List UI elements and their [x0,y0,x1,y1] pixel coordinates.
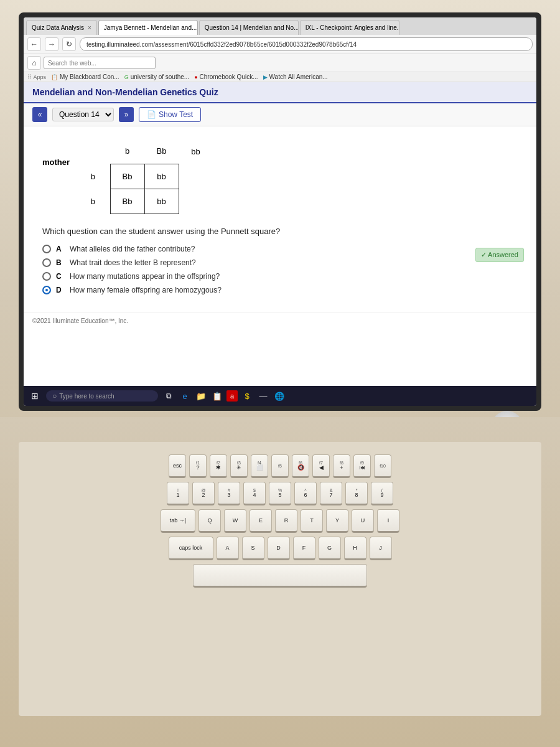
punnett-table: b Bb bb b Bb bb b [76,139,213,214]
copyright: ©2021 Illuminate Education™, Inc. [24,312,536,329]
option-letter-a: A [56,245,65,253]
option-letter-d: D [56,286,65,294]
quiz-title: Mendelian and Non-Mendelian Genetics Qui… [32,87,218,97]
key-9[interactable]: (9 [371,482,393,505]
key-4[interactable]: $4 [243,482,266,505]
bookmark-university[interactable]: G university of southe... [124,73,190,80]
question-select[interactable]: Question 14 [52,108,114,121]
tab-quiz-data-close[interactable]: × [88,24,91,31]
asdf-row: caps lock A S D F G H J [29,537,531,560]
option-radio-b[interactable] [42,258,51,267]
key-caps[interactable]: caps lock [169,537,213,560]
punnett-cell-2-2: bb [144,189,179,214]
key-f8[interactable]: f8+ [333,454,350,478]
tab-jamya[interactable]: Jamya Bennett - Mendelian and... × [98,20,198,35]
punnett-container: mother b Bb bb b [42,139,518,214]
key-a[interactable]: A [217,537,239,560]
taskbar-app-chrome[interactable]: 🌐 [273,389,286,403]
key-1[interactable]: !1 [167,482,189,505]
refresh-button[interactable]: ↻ [62,37,76,51]
option-row-d: D How many female offspring are homozygo… [42,286,518,294]
taskbar-app-dollar[interactable]: $ [240,389,254,403]
key-6[interactable]: ^6 [294,482,317,505]
show-test-button[interactable]: 📄 Show Test [139,107,201,122]
windows-start-button[interactable]: ⊞ [27,388,42,403]
option-text-b[interactable]: What trait does the letter B represent? [70,258,196,267]
prev-question-button[interactable]: « [32,107,47,122]
key-w[interactable]: W [224,509,246,533]
option-text-d[interactable]: How many female offspring are homozygous… [70,286,222,294]
key-tab[interactable]: tab →| [161,509,195,533]
tab-question14[interactable]: Question 14 | Mendelian and No... × [199,20,299,35]
key-e[interactable]: E [250,509,272,533]
next-question-button[interactable]: » [119,107,134,122]
key-f1[interactable]: f1? [189,454,207,478]
key-f7[interactable]: f7◀ [312,454,330,478]
forward-button[interactable]: → [45,37,58,51]
key-i[interactable]: I [377,509,399,533]
punnett-header-bb: Bb [144,139,179,164]
key-y[interactable]: Y [326,509,348,533]
key-u[interactable]: U [352,509,374,533]
bookmark-chromebook[interactable]: ● Chromebook Quick... [194,73,258,80]
key-f9[interactable]: f9⏮ [353,454,371,478]
tab-question14-label: Question 14 | Mendelian and No... [205,24,299,31]
taskbar-search-text[interactable]: Type here to search [59,393,114,400]
key-t[interactable]: T [301,509,323,533]
search-input[interactable] [44,57,156,69]
home-button[interactable]: ⌂ [27,56,41,70]
option-letter-c: C [56,272,65,281]
quiz-content: mother b Bb bb b [24,126,536,312]
tab-ixl-label: IXL - Checkpoint: Angles and line... [306,24,399,31]
tab-ixl[interactable]: IXL - Checkpoint: Angles and line... × [300,20,399,35]
correct-badge: ✓ Answered [475,248,524,262]
punnett-header-b: b [110,139,144,164]
key-s[interactable]: S [242,537,264,560]
key-f[interactable]: F [293,537,315,560]
key-space[interactable] [193,564,367,588]
key-r[interactable]: R [275,509,297,533]
punnett-header-empty [76,139,110,164]
back-button[interactable]: ← [27,37,41,51]
option-radio-c[interactable] [42,272,51,281]
key-esc[interactable]: esc [169,454,186,478]
key-q[interactable]: Q [198,509,221,533]
key-f10[interactable]: f10 [374,454,391,478]
key-2[interactable]: @2 [192,482,215,505]
option-row-c: C How many mutations appear in the offsp… [42,272,518,281]
key-g[interactable]: G [319,537,341,560]
search-bar-top: ⌂ [24,54,536,72]
key-f4[interactable]: f4⬜ [251,454,268,478]
key-f5[interactable]: f5 [271,454,289,478]
key-f2[interactable]: f2✱ [210,454,227,478]
taskbar-app-dash[interactable]: — [256,389,270,403]
address-bar[interactable] [80,37,533,51]
bookmark-blackboard[interactable]: 📋 My Blackboard Con... [51,73,119,80]
key-7[interactable]: &7 [320,482,342,505]
tab-quiz-data-label: Quiz Data Analysis [32,24,84,31]
taskbar-app-files[interactable]: 📁 [194,389,208,403]
screen: Quiz Data Analysis × Jamya Bennett - Men… [24,17,536,406]
browser-toolbar: ← → ↻ [24,35,536,54]
taskbar-app-calendar[interactable]: 📋 [210,389,224,403]
mother-label: mother [42,157,70,167]
option-row-a: A What alleles did the father contribute… [42,245,518,253]
tab-quiz-data[interactable]: Quiz Data Analysis × [26,20,97,35]
key-f6[interactable]: f6🔇 [292,454,309,478]
taskbar-app-a[interactable]: a [226,390,238,402]
key-f3[interactable]: f3✳ [230,454,248,478]
key-5[interactable]: %5 [269,482,291,505]
key-d[interactable]: D [268,537,290,560]
option-text-c[interactable]: How many mutations appear in the offspri… [70,272,220,281]
option-radio-d[interactable] [42,286,51,294]
key-j[interactable]: J [370,537,392,560]
bookmark-watch[interactable]: ▶ Watch All American... [263,73,328,80]
browser-tabs: Quiz Data Analysis × Jamya Bennett - Men… [24,17,536,35]
option-text-a[interactable]: What alleles did the father contribute? [70,245,195,253]
key-8[interactable]: *8 [345,482,368,505]
taskbar-app-grid[interactable]: ⧉ [162,389,175,403]
taskbar-app-edge[interactable]: e [178,389,192,403]
key-h[interactable]: H [344,537,366,560]
key-3[interactable]: #3 [218,482,240,505]
option-radio-a[interactable] [42,245,51,253]
